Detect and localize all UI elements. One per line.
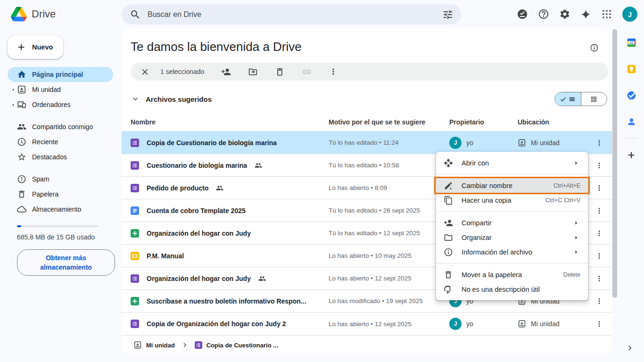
- search-options-icon[interactable]: [442, 9, 454, 20]
- row-more-button[interactable]: [595, 297, 603, 305]
- tasks-button[interactable]: [627, 90, 636, 100]
- account-avatar[interactable]: J: [622, 7, 637, 22]
- search-input[interactable]: [148, 10, 442, 19]
- sidebar-item[interactable]: Página principal: [8, 67, 113, 82]
- sidebar-item[interactable]: Almacenamiento: [8, 202, 113, 217]
- search-icon[interactable]: [130, 9, 141, 20]
- drive-logo[interactable]: Drive: [11, 0, 56, 28]
- menu-item[interactable]: Mover a la papeleraDelete: [436, 267, 588, 282]
- file-type-sheets-icon: [131, 229, 139, 238]
- file-type-forms-icon: [195, 341, 202, 349]
- file-name-cell: Pedido de producto: [131, 184, 329, 192]
- sidebar-item[interactable]: Compartido conmigo: [8, 119, 113, 134]
- sidebar-item[interactable]: Destacados: [8, 149, 113, 165]
- copy-icon: [444, 196, 453, 205]
- file-location[interactable]: Mi unidad: [518, 320, 595, 328]
- submenu-arrow-icon: [572, 159, 580, 167]
- more-actions-button[interactable]: [329, 67, 338, 76]
- calendar-button[interactable]: 31: [627, 38, 636, 48]
- list-view-button[interactable]: [555, 92, 581, 106]
- menu-item[interactable]: No es una descripción útil: [436, 282, 588, 296]
- people-icon: [255, 162, 262, 169]
- sidebar-group: Compartido conmigoRecienteDestacados: [8, 119, 122, 165]
- table-header: NombreMotivo por el que se te sugierePro…: [122, 113, 612, 132]
- delete-button[interactable]: [275, 67, 285, 77]
- selection-count: 1 seleccionado: [160, 68, 204, 75]
- menu-item[interactable]: Compartir: [436, 215, 588, 230]
- sidebar-item[interactable]: Reciente: [8, 134, 113, 149]
- more-vert-icon: [329, 67, 338, 76]
- collapse-section-button[interactable]: [131, 94, 140, 104]
- gemini-button[interactable]: [580, 9, 591, 20]
- link-icon: [302, 67, 312, 77]
- row-more-button[interactable]: [595, 274, 603, 283]
- sidebar-item[interactable]: Mi unidad: [8, 82, 113, 97]
- file-row[interactable]: Copia de Organización del hogar con Judy…: [122, 313, 612, 335]
- row-more-button[interactable]: [595, 184, 603, 192]
- gemini-icon: [580, 9, 591, 20]
- contacts-icon: [627, 117, 636, 127]
- contacts-button[interactable]: [627, 117, 636, 127]
- row-more-button[interactable]: [595, 206, 603, 215]
- row-more-button[interactable]: [595, 320, 603, 328]
- file-name-cell: Organización del hogar con Judy: [131, 229, 329, 238]
- storage-progress-fill: [17, 225, 21, 227]
- sidebar-nav: Página principalMi unidadOrdenadoresComp…: [8, 67, 122, 217]
- menu-item[interactable]: Hacer una copiaCtrl+C Ctrl+V: [436, 193, 588, 207]
- apps-grid-button[interactable]: [601, 8, 612, 20]
- info-icon: [590, 43, 599, 52]
- expander[interactable]: [11, 87, 17, 92]
- breadcrumb-folder[interactable]: Mi unidad: [133, 341, 175, 349]
- get-link-button[interactable]: [302, 67, 312, 77]
- people-icon: [258, 275, 266, 282]
- grid-view-button[interactable]: [581, 92, 607, 106]
- shared-icon: [216, 184, 223, 192]
- file-row[interactable]: Copia de Cuestionario de biología marina…: [122, 132, 612, 154]
- help-icon: [538, 8, 549, 20]
- sidebar-item[interactable]: Ordenadores: [8, 97, 113, 112]
- row-more-button[interactable]: [595, 161, 603, 170]
- sidebar-item[interactable]: Papelera: [8, 187, 113, 202]
- file-name-cell: Copia de Organización del hogar con Judy…: [131, 320, 329, 328]
- file-name: Copia de Cuestionario de biología marina: [147, 139, 277, 147]
- sidebar-item[interactable]: Spam: [8, 172, 113, 187]
- row-more-button[interactable]: [595, 252, 603, 260]
- file-name: P.M. Manual: [147, 252, 184, 260]
- show-side-panel-button[interactable]: [625, 343, 635, 353]
- sidebar-item-label: Almacenamiento: [32, 206, 81, 213]
- sidebar-group: SpamPapeleraAlmacenamiento: [8, 172, 122, 217]
- star-icon: [17, 152, 26, 162]
- breadcrumb-file[interactable]: Copia de Cuestionario ...: [195, 341, 278, 349]
- menu-item[interactable]: Abrir con: [436, 156, 588, 170]
- file-type-forms-icon: [131, 161, 139, 170]
- row-more-button[interactable]: [595, 229, 603, 238]
- vertical-scrollbar[interactable]: [612, 29, 617, 298]
- get-more-storage-button[interactable]: Obtener más almacenamiento: [17, 249, 115, 276]
- column-header-name[interactable]: Nombre: [131, 118, 329, 126]
- settings-button[interactable]: [559, 8, 570, 20]
- column-header-reason[interactable]: Motivo por el que se te sugiere: [329, 118, 449, 126]
- keep-button[interactable]: [627, 64, 636, 74]
- info-button[interactable]: [590, 43, 599, 52]
- clear-selection-button[interactable]: [140, 67, 150, 77]
- column-header-owner[interactable]: Propietario: [449, 118, 518, 126]
- menu-item[interactable]: Información del archivo: [436, 245, 588, 259]
- new-button[interactable]: Nuevo: [8, 35, 63, 59]
- file-name-cell: Copia de Cuestionario de biología marina: [131, 139, 329, 147]
- file-location[interactable]: Mi unidad: [518, 139, 595, 147]
- column-header-location[interactable]: Ubicación: [518, 118, 595, 126]
- expander[interactable]: [11, 102, 17, 107]
- offline-status-button[interactable]: [517, 8, 528, 20]
- help-button[interactable]: [538, 8, 549, 20]
- more-vert-icon: [595, 297, 603, 305]
- sidebar-item-label: Papelera: [32, 190, 58, 198]
- row-more-button[interactable]: [595, 139, 603, 147]
- trash-icon: [275, 67, 285, 77]
- menu-item[interactable]: Organizar: [436, 230, 588, 245]
- file-name: Pedido de producto: [147, 184, 208, 192]
- move-to-folder-button[interactable]: [248, 67, 258, 77]
- menu-item[interactable]: Cambiar nombreCtrl+Alt+E: [436, 178, 588, 193]
- add-addon-button[interactable]: [626, 150, 636, 160]
- file-reason: Lo has abierto • 12 sept 2025: [329, 275, 449, 282]
- share-button[interactable]: [221, 67, 231, 77]
